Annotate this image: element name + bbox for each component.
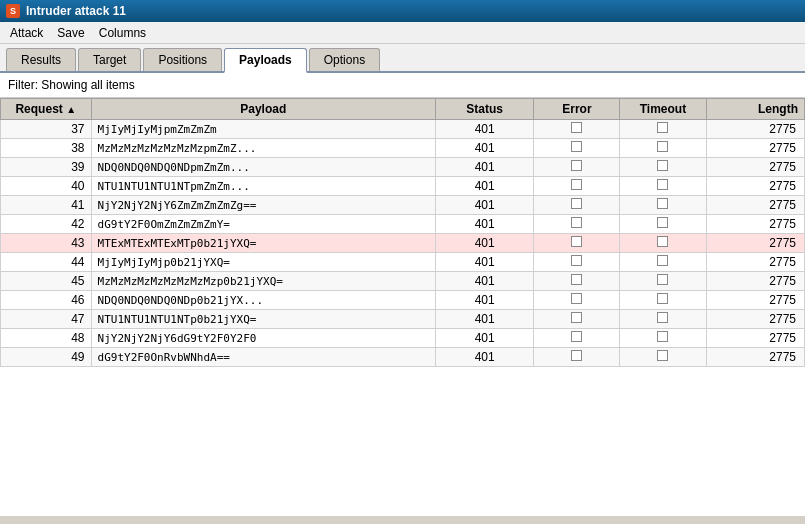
error-checkbox[interactable] xyxy=(571,141,582,152)
cell-timeout xyxy=(620,158,706,177)
menu-columns[interactable]: Columns xyxy=(93,24,152,42)
timeout-checkbox[interactable] xyxy=(657,293,668,304)
cell-length: 2775 xyxy=(706,215,804,234)
error-checkbox[interactable] xyxy=(571,331,582,342)
header-request[interactable]: Request xyxy=(1,99,92,120)
cell-timeout xyxy=(620,139,706,158)
cell-error xyxy=(534,158,620,177)
cell-error xyxy=(534,291,620,310)
tab-positions[interactable]: Positions xyxy=(143,48,222,71)
menu-bar: Attack Save Columns xyxy=(0,22,805,44)
timeout-checkbox[interactable] xyxy=(657,141,668,152)
cell-timeout xyxy=(620,291,706,310)
cell-timeout xyxy=(620,253,706,272)
cell-timeout xyxy=(620,120,706,139)
menu-attack[interactable]: Attack xyxy=(4,24,49,42)
cell-timeout xyxy=(620,272,706,291)
timeout-checkbox[interactable] xyxy=(657,179,668,190)
table-row: 38 MzMzMzMzMzMzMzMzpmZmZ... 401 2775 xyxy=(1,139,805,158)
timeout-checkbox[interactable] xyxy=(657,198,668,209)
cell-error xyxy=(534,310,620,329)
cell-length: 2775 xyxy=(706,196,804,215)
tab-payloads[interactable]: Payloads xyxy=(224,48,307,73)
header-status[interactable]: Status xyxy=(435,99,533,120)
cell-payload: NTU1NTU1NTU1NTpmZmZm... xyxy=(91,177,435,196)
timeout-checkbox[interactable] xyxy=(657,274,668,285)
cell-payload: NDQ0NDQ0NDQ0NDpmZmZm... xyxy=(91,158,435,177)
cell-error xyxy=(534,329,620,348)
cell-request: 38 xyxy=(1,139,92,158)
menu-save[interactable]: Save xyxy=(51,24,90,42)
error-checkbox[interactable] xyxy=(571,255,582,266)
filter-bar: Filter: Showing all items xyxy=(0,73,805,98)
timeout-checkbox[interactable] xyxy=(657,236,668,247)
table-row: 39 NDQ0NDQ0NDQ0NDpmZmZm... 401 2775 xyxy=(1,158,805,177)
cell-payload: MzMzMzMzMzMzMzMzMzp0b21jYXQ= xyxy=(91,272,435,291)
cell-status: 401 xyxy=(435,215,533,234)
cell-length: 2775 xyxy=(706,120,804,139)
header-length[interactable]: Length xyxy=(706,99,804,120)
error-checkbox[interactable] xyxy=(571,160,582,171)
tab-options[interactable]: Options xyxy=(309,48,380,71)
cell-length: 2775 xyxy=(706,310,804,329)
cell-request: 44 xyxy=(1,253,92,272)
timeout-checkbox[interactable] xyxy=(657,350,668,361)
cell-timeout xyxy=(620,310,706,329)
cell-request: 49 xyxy=(1,348,92,367)
error-checkbox[interactable] xyxy=(571,236,582,247)
cell-length: 2775 xyxy=(706,158,804,177)
cell-error xyxy=(534,234,620,253)
timeout-checkbox[interactable] xyxy=(657,312,668,323)
cell-status: 401 xyxy=(435,177,533,196)
title-bar: S Intruder attack 11 xyxy=(0,0,805,22)
error-checkbox[interactable] xyxy=(571,122,582,133)
table-row: 43 MTExMTExMTExMTp0b21jYXQ= 401 2775 xyxy=(1,234,805,253)
tabs-bar: Results Target Positions Payloads Option… xyxy=(0,44,805,73)
header-timeout[interactable]: Timeout xyxy=(620,99,706,120)
cell-error xyxy=(534,272,620,291)
error-checkbox[interactable] xyxy=(571,350,582,361)
timeout-checkbox[interactable] xyxy=(657,160,668,171)
table-row: 40 NTU1NTU1NTU1NTpmZmZm... 401 2775 xyxy=(1,177,805,196)
error-checkbox[interactable] xyxy=(571,179,582,190)
header-error[interactable]: Error xyxy=(534,99,620,120)
cell-length: 2775 xyxy=(706,177,804,196)
error-checkbox[interactable] xyxy=(571,198,582,209)
cell-payload: MzMzMzMzMzMzMzMzpmZmZ... xyxy=(91,139,435,158)
tab-results[interactable]: Results xyxy=(6,48,76,71)
cell-payload: MjIyMjIyMjp0b21jYXQ= xyxy=(91,253,435,272)
cell-request: 47 xyxy=(1,310,92,329)
timeout-checkbox[interactable] xyxy=(657,217,668,228)
cell-request: 40 xyxy=(1,177,92,196)
error-checkbox[interactable] xyxy=(571,293,582,304)
error-checkbox[interactable] xyxy=(571,274,582,285)
cell-payload: NjY2NjY2NjY6dG9tY2F0Y2F0 xyxy=(91,329,435,348)
timeout-checkbox[interactable] xyxy=(657,331,668,342)
cell-timeout xyxy=(620,234,706,253)
cell-status: 401 xyxy=(435,291,533,310)
cell-request: 37 xyxy=(1,120,92,139)
cell-error xyxy=(534,139,620,158)
cell-payload: dG9tY2F0OnRvbWNhdA== xyxy=(91,348,435,367)
header-payload[interactable]: Payload xyxy=(91,99,435,120)
tab-target[interactable]: Target xyxy=(78,48,141,71)
cell-status: 401 xyxy=(435,139,533,158)
cell-error xyxy=(534,348,620,367)
timeout-checkbox[interactable] xyxy=(657,255,668,266)
error-checkbox[interactable] xyxy=(571,312,582,323)
results-table-container[interactable]: Request Payload Status Error Timeout Len… xyxy=(0,98,805,516)
cell-error xyxy=(534,177,620,196)
cell-error xyxy=(534,215,620,234)
error-checkbox[interactable] xyxy=(571,217,582,228)
cell-status: 401 xyxy=(435,272,533,291)
table-row: 46 NDQ0NDQ0NDQ0NDp0b21jYX... 401 2775 xyxy=(1,291,805,310)
cell-payload: NTU1NTU1NTU1NTp0b21jYXQ= xyxy=(91,310,435,329)
timeout-checkbox[interactable] xyxy=(657,122,668,133)
cell-status: 401 xyxy=(435,310,533,329)
cell-timeout xyxy=(620,348,706,367)
cell-status: 401 xyxy=(435,253,533,272)
table-row: 37 MjIyMjIyMjpmZmZmZm 401 2775 xyxy=(1,120,805,139)
table-header-row: Request Payload Status Error Timeout Len… xyxy=(1,99,805,120)
table-row: 49 dG9tY2F0OnRvbWNhdA== 401 2775 xyxy=(1,348,805,367)
cell-payload: MTExMTExMTExMTp0b21jYXQ= xyxy=(91,234,435,253)
